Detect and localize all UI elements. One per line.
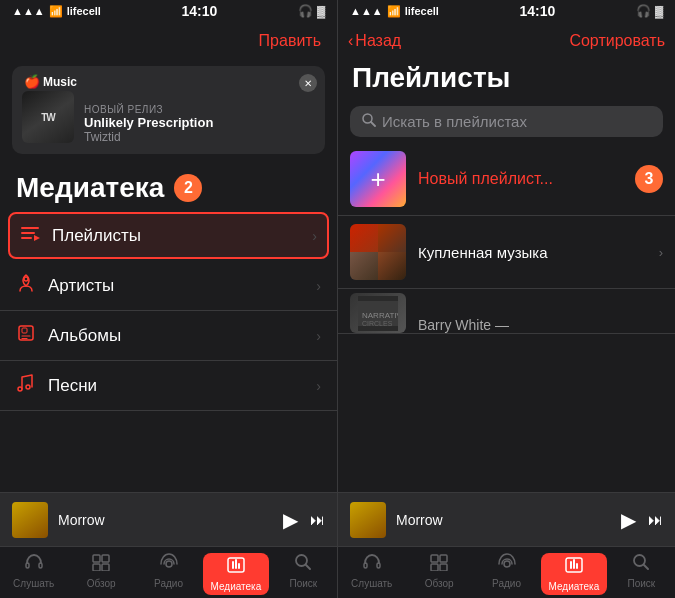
left-tab-listen[interactable]: Слушать (0, 553, 67, 594)
right-time: 14:10 (520, 3, 556, 19)
browse-label: Обзор (87, 578, 116, 589)
right-tab-bar: Слушать Обзор Радио Медиатека (338, 546, 675, 598)
svg-rect-30 (440, 564, 447, 571)
right-nav-bar: ‹ Назад Сортировать (338, 22, 675, 60)
listen-label: Слушать (13, 578, 54, 589)
menu-list: Плейлисты › Артисты › (0, 210, 337, 492)
right-tab-listen[interactable]: Слушать (338, 553, 405, 594)
right-status-bar: ▲▲▲ 📶 lifecell 14:10 🎧 ▓ (338, 0, 675, 22)
apple-music-card[interactable]: 🍎 Music ✕ TW НОВЫЙ РЕЛИЗ Unlikely Prescr… (12, 66, 325, 154)
right-mini-player[interactable]: Morrow ▶ ⏭ (338, 492, 675, 546)
right-tab-radio[interactable]: Радио (473, 553, 540, 594)
right-radio-label: Радио (492, 578, 521, 589)
right-listen-icon (362, 553, 382, 576)
library-icon (226, 556, 246, 579)
new-playlist-item[interactable]: + Новый плейлист... 3 (338, 143, 675, 216)
menu-item-songs[interactable]: Песни › (0, 361, 337, 411)
apple-music-logo: 🍎 Music (24, 74, 77, 89)
right-browse-label: Обзор (425, 578, 454, 589)
section-header: Медиатека 2 (0, 160, 337, 210)
right-carrier: ▲▲▲ 📶 lifecell (350, 5, 439, 18)
search-placeholder: Искать в плейлистах (382, 113, 527, 130)
purchased-thumb (350, 224, 406, 280)
step-3-badge: 3 (635, 165, 663, 193)
search-icon-tab (294, 553, 312, 576)
left-tab-search[interactable]: Поиск (270, 553, 337, 594)
sort-button[interactable]: Сортировать (569, 32, 665, 50)
right-tab-search[interactable]: Поиск (608, 553, 675, 594)
right-listen-label: Слушать (351, 578, 392, 589)
left-player-info: Morrow (58, 512, 273, 528)
album-art: TW (22, 91, 74, 143)
back-chevron-icon: ‹ (348, 32, 353, 50)
svg-text:CIRCLES: CIRCLES (362, 320, 393, 327)
listen-icon (24, 553, 44, 576)
right-player-controls: ▶ ⏭ (621, 508, 663, 532)
card-artist: Twiztid (84, 130, 315, 144)
card-close-button[interactable]: ✕ (299, 74, 317, 92)
left-player-title: Morrow (58, 512, 273, 528)
left-play-button[interactable]: ▶ (283, 508, 298, 532)
right-library-active-bg: Медиатека (541, 553, 608, 595)
left-player-controls: ▶ ⏭ (283, 508, 325, 532)
svg-rect-28 (440, 555, 447, 562)
card-title: Unlikely Prescription (84, 115, 315, 130)
svg-rect-27 (431, 555, 438, 562)
left-carrier: ▲▲▲ 📶 lifecell (12, 5, 101, 18)
svg-rect-10 (39, 563, 42, 568)
svg-rect-9 (26, 563, 29, 568)
back-button[interactable]: ‹ Назад (348, 32, 401, 50)
artists-chevron: › (316, 278, 321, 294)
back-label[interactable]: Назад (355, 32, 401, 50)
purchased-music-item[interactable]: Купленная музыка › (338, 216, 675, 289)
right-search-label: Поиск (627, 578, 655, 589)
step-2-badge: 2 (174, 174, 202, 202)
right-library-label: Медиатека (549, 581, 600, 592)
card-info: НОВЫЙ РЕЛИЗ Unlikely Prescription Twizti… (84, 104, 315, 144)
page-title-section: Плейлисты (338, 60, 675, 100)
left-tab-bar: Слушать Обзор Радио Медиатека (0, 546, 337, 598)
headphone-icon: 🎧 (298, 4, 313, 18)
artists-icon (16, 273, 44, 298)
svg-line-20 (371, 122, 375, 126)
search-bar[interactable]: Искать в плейлистах (350, 106, 663, 137)
left-tab-radio[interactable]: Радио (135, 553, 202, 594)
barry-text: Barry White — (418, 317, 663, 333)
svg-rect-26 (377, 563, 380, 568)
right-headphone-icon: 🎧 (636, 4, 651, 18)
left-tab-library[interactable]: Медиатека (202, 553, 269, 594)
right-play-button[interactable]: ▶ (621, 508, 636, 532)
battery-icon: ▓ (317, 5, 325, 17)
playlist-section: + Новый плейлист... 3 Купленная музыка › (338, 143, 675, 492)
new-playlist-info: Новый плейлист... (418, 170, 623, 188)
svg-text:NARRATIVE: NARRATIVE (362, 311, 398, 320)
edit-button[interactable]: Править (259, 32, 321, 50)
right-skip-button[interactable]: ⏭ (648, 511, 663, 528)
purchased-info: Купленная музыка (418, 244, 647, 261)
barry-white-item[interactable]: NARRATIVE CIRCLES Barry White — (338, 289, 675, 334)
plus-icon: + (370, 164, 385, 195)
menu-item-albums[interactable]: Альбомы › (0, 311, 337, 361)
svg-rect-25 (364, 563, 367, 568)
right-panel: ▲▲▲ 📶 lifecell 14:10 🎧 ▓ ‹ Назад Сортиро… (337, 0, 675, 598)
left-skip-button[interactable]: ⏭ (310, 511, 325, 528)
right-tab-library[interactable]: Медиатека (540, 553, 607, 594)
search-label: Поиск (289, 578, 317, 589)
search-icon (362, 113, 376, 130)
section-title: Медиатека (16, 172, 164, 204)
menu-item-artists[interactable]: Артисты › (0, 261, 337, 311)
svg-rect-11 (93, 555, 100, 562)
purchased-title: Купленная музыка (418, 244, 647, 261)
left-mini-player[interactable]: Morrow ▶ ⏭ (0, 492, 337, 546)
songs-icon (16, 373, 44, 398)
albums-label: Альбомы (48, 326, 316, 346)
right-signal-icon: ▲▲▲ (350, 5, 383, 17)
right-wifi-icon: 📶 (387, 5, 401, 18)
menu-item-playlists[interactable]: Плейлисты › (8, 212, 329, 259)
right-battery-icon: ▓ (655, 5, 663, 17)
right-tab-browse[interactable]: Обзор (405, 553, 472, 594)
browse-icon (91, 553, 111, 576)
left-time: 14:10 (182, 3, 218, 19)
left-tab-browse[interactable]: Обзор (67, 553, 134, 594)
section-title-row: Медиатека 2 (16, 172, 321, 204)
